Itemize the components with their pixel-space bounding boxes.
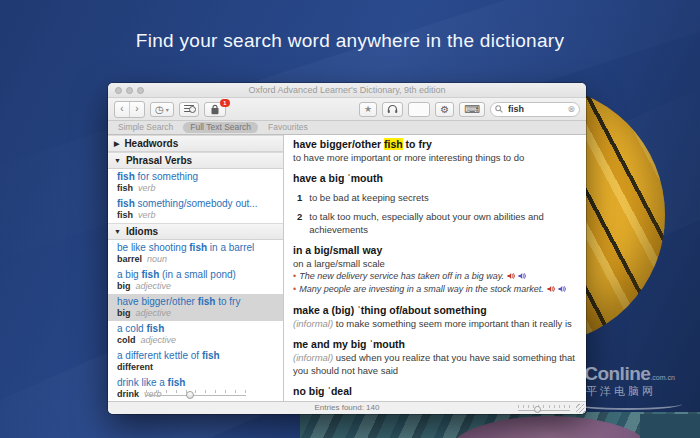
entry-sense: 1to be bad at keeping secrets [293,191,578,204]
audio-us-icon[interactable] [518,272,526,280]
result-headword-pos: bigadjective [117,281,279,292]
history-clock-icon: ◷ [155,104,164,115]
triangle-collapsed-icon[interactable]: ▶ [114,140,119,148]
sense-text: to talk too much, especially about your … [309,210,578,236]
settings-button[interactable]: ⚙ [435,102,454,117]
flashcard-button[interactable] [408,102,430,117]
tab-favourites[interactable]: Favourites [268,122,308,133]
entry-definition: to have more important or more interesti… [293,151,578,164]
result-headword-pos: coldadjective [117,335,279,346]
entries-found-status: Entries found: 140 [108,402,586,413]
search-field[interactable]: ⊗ [490,102,580,117]
result-item[interactable]: a different kettle of fishdifferent [108,348,283,375]
result-title: fish for something [117,171,279,183]
slider-track [146,395,246,396]
sidebar-section-headwords[interactable]: ▶Headwords [108,135,283,152]
wordlist-button[interactable] [179,102,199,117]
tab-simple-search[interactable]: Simple Search [118,122,173,133]
pronunciation-button[interactable] [382,102,403,117]
content-font-slider[interactable] [518,403,570,413]
result-headword-pos: different [117,362,279,373]
favourite-star-button[interactable]: ★ [359,102,377,117]
gear-icon: ⚙ [440,104,449,115]
example-bullet: • [293,284,296,294]
dictionary-entry: no big ˈdeal [293,385,578,398]
results-sidebar: ▶Headwords▼Phrasal Verbsfish for somethi… [108,135,284,401]
audio-uk-icon[interactable] [507,272,515,280]
entry-headword: me and my big ˈmouth [293,338,578,351]
result-item[interactable]: fish for somethingfishverb [108,169,283,196]
forward-button[interactable]: › [130,102,144,117]
result-item[interactable]: have bigger/other fish to frybigadjectiv… [108,294,283,321]
results-list: ▶Headwords▼Phrasal Verbsfish for somethi… [108,135,283,401]
section-label: Phrasal Verbs [126,155,192,166]
dictionary-entry: have a big ˈmouth1to be bad at keeping s… [293,172,578,236]
back-button[interactable]: ‹ [115,102,130,117]
result-title: a different kettle of fish [117,350,279,362]
dictionary-entry: me and my big ˈmouth(informal) used when… [293,338,578,377]
zoom-window-button[interactable] [137,87,144,94]
section-label: Headwords [124,138,178,149]
traffic-lights [115,87,144,94]
history-dropdown-button[interactable]: ◷ ▾ [150,102,174,117]
result-item[interactable]: fish something/somebody out...fishverb [108,196,283,223]
onscreen-keyboard-button[interactable]: ⌨ [459,102,485,117]
marketing-headline: Find your search word anywhere in the di… [0,30,700,52]
entry-definition: on a large/small scale [293,257,578,270]
result-title: fish something/somebody out... [117,198,279,210]
dictionary-entry: in a big/small wayon a large/small scale… [293,244,578,296]
watermark-suffix: .com.cn [650,374,675,381]
slider-thumb[interactable] [534,406,541,413]
sidebar-section-idioms[interactable]: ▼Idioms [108,223,283,240]
entry-content-pane: have bigger/other fish to fryto have mor… [284,135,586,401]
audio-us-icon[interactable] [558,285,566,293]
match-word: fish [189,242,207,253]
match-word: fish [202,350,220,361]
close-window-button[interactable] [115,87,122,94]
result-item[interactable]: a big fish (in a small pond)bigadjective [108,267,283,294]
watermark-arc [572,398,682,410]
slider-ticks [146,390,246,393]
window-resize-grip[interactable] [576,404,585,413]
dictionary-entry: make a (big) ˈthing of/about something(i… [293,304,578,330]
audio-uk-icon[interactable] [547,285,555,293]
triangle-expanded-icon[interactable]: ▼ [114,157,121,164]
entry-headword: have a big ˈmouth [293,172,578,185]
entry-sense: 2to talk too much, especially about your… [293,210,578,236]
window-body: ▶Headwords▼Phrasal Verbsfish for somethi… [108,135,586,401]
search-input[interactable] [506,103,564,115]
result-headword-pos: bigadjective [117,308,279,319]
toolbar: ‹ › ◷ ▾ 1 ★ [108,98,586,121]
status-bar: Entries found: 140 [108,401,586,414]
chevron-down-icon: ▾ [166,106,169,113]
register-label: (informal) [293,352,333,363]
result-item[interactable]: a cold fishcoldadjective [108,321,283,348]
result-headword-pos: fishverb [117,210,279,221]
triangle-expanded-icon[interactable]: ▼ [114,228,121,235]
window-title: Oxford Advanced Learner's Dictionary, 9t… [108,83,586,97]
minimize-window-button[interactable] [126,87,133,94]
entry-headword: no big ˈdeal [293,385,578,398]
section-label: Idioms [126,226,158,237]
desktop-background: Find your search word anywhere in the di… [0,0,700,438]
entry-definition: (informal) used when you realize that yo… [293,351,578,377]
sense-text: to be bad at keeping secrets [309,191,428,204]
sense-number: 2 [297,210,302,236]
search-icon [495,105,503,113]
purchases-button[interactable]: 1 [204,102,226,117]
tab-full-text-search[interactable]: Full Text Search [183,122,258,133]
sidebar-font-slider[interactable] [146,387,246,399]
sidebar-section-phrasal-verbs[interactable]: ▼Phrasal Verbs [108,152,283,169]
match-word: fish [198,296,216,307]
result-title: be like shooting fish in a barrel [117,242,279,254]
slider-thumb[interactable] [186,391,194,399]
clear-search-icon[interactable]: ⊗ [567,105,575,114]
result-title: a cold fish [117,323,279,335]
sense-number: 1 [297,191,302,204]
result-item[interactable]: be like shooting fish in a barrelbarreln… [108,240,283,267]
entry-headword: in a big/small way [293,244,578,257]
result-title: have bigger/other fish to fry [117,296,279,308]
entry-definition: (informal) to make something seem more i… [293,317,578,330]
entry-headword: have bigger/other fish to fry [293,138,578,151]
window-titlebar[interactable]: Oxford Advanced Learner's Dictionary, 9t… [108,83,586,98]
